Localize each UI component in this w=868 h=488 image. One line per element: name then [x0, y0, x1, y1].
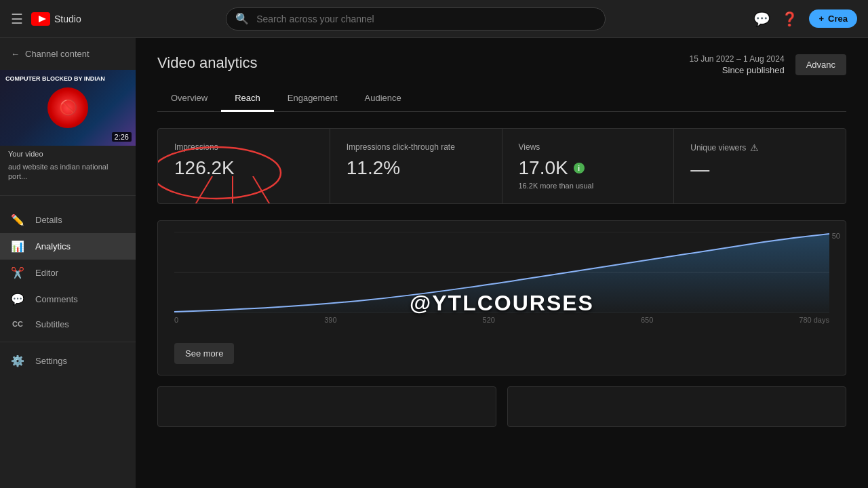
video-thumb-wrapper: COMPUTER BLOCKED BY INDIAN 🚫 2:26 — [0, 70, 136, 146]
date-range-info: 15 Jun 2022 – 1 Aug 2024 Since published — [689, 54, 784, 75]
chart-svg — [174, 232, 829, 313]
bottom-card-left — [157, 386, 496, 427]
stat-unique-viewers: Unique viewers ⚠ — — [674, 129, 846, 203]
video-thumbnail[interactable]: COMPUTER BLOCKED BY INDIAN 🚫 2:26 — [0, 70, 136, 146]
sidebar-divider — [0, 195, 136, 196]
sidebar-item-settings[interactable]: ⚙️ Settings — [0, 348, 136, 374]
date-range-text: 15 Jun 2022 – 1 Aug 2024 — [689, 54, 784, 64]
tab-audience[interactable]: Audience — [351, 86, 415, 112]
help-icon[interactable]: ❓ — [781, 11, 798, 27]
page-title: Video analytics — [157, 54, 258, 72]
sidebar-item-label: Editor — [35, 268, 58, 278]
back-button[interactable]: ← Channel content — [0, 43, 136, 64]
stat-views: Views 17.0K i 16.2K more than usual — [502, 129, 675, 203]
header-right: 💬 ❓ + Crea — [753, 9, 857, 28]
thumb-overlay-text: COMPUTER BLOCKED BY INDIAN — [5, 75, 105, 83]
sidebar-item-label: Subtitles — [35, 319, 69, 329]
views-sub: 16.2K more than usual — [519, 182, 658, 190]
arrows-annotation — [172, 176, 307, 204]
search-icon: 🔍 — [235, 12, 249, 25]
analytics-tabs: Overview Reach Engagement Audience — [157, 86, 846, 112]
youtube-logo — [31, 12, 50, 26]
x-label-780: 780 days — [799, 316, 829, 324]
warn-icon: ⚠ — [750, 142, 759, 153]
analytics-icon: 📊 — [11, 240, 24, 253]
y-label-top: 50 — [832, 232, 840, 240]
thumb-graphic: 🚫 — [47, 87, 88, 128]
x-label-650: 650 — [641, 316, 653, 324]
impressions-label: Impressions — [174, 142, 313, 152]
sidebar-item-comments[interactable]: 💬 Comments — [0, 286, 136, 312]
sidebar-divider-2 — [0, 342, 136, 342]
body-layout: ← Channel content COMPUTER BLOCKED BY IN… — [0, 38, 868, 488]
studio-label: Studio — [54, 14, 81, 24]
settings-icon: ⚙️ — [11, 354, 24, 367]
tab-reach[interactable]: Reach — [221, 86, 274, 112]
sidebar-item-subtitles[interactable]: CC Subtitles — [0, 312, 136, 336]
x-label-0: 0 — [174, 316, 178, 324]
see-more-button[interactable]: See more — [174, 343, 234, 364]
advanced-button[interactable]: Advanc — [795, 54, 846, 75]
sidebar-item-editor[interactable]: ✂️ Editor — [0, 260, 136, 286]
since-published-label: Since published — [722, 65, 785, 75]
comments-icon: 💬 — [11, 293, 24, 306]
impressions-value: 126.2K — [174, 157, 235, 179]
sidebar-nav: ✏️ Details 📊 Analytics ✂️ Editor 💬 Comme… — [0, 207, 136, 374]
main-content: Video analytics 15 Jun 2022 – 1 Aug 2024… — [136, 38, 868, 488]
back-label: Channel content — [25, 49, 90, 59]
chart-inner: 50 — [158, 221, 846, 343]
ctr-value: 11.2% — [347, 157, 486, 179]
x-label-390: 390 — [324, 316, 336, 324]
x-label-520: 520 — [483, 316, 495, 324]
comment-icon[interactable]: 💬 — [753, 11, 770, 27]
create-button[interactable]: + Crea — [809, 9, 857, 28]
back-arrow-icon: ← — [11, 49, 20, 59]
bottom-cards — [157, 386, 846, 427]
ctr-label: Impressions click-through rate — [347, 142, 486, 152]
app-header: ☰ Studio 🔍 💬 ❓ + Crea — [0, 0, 868, 38]
views-badge: i — [574, 163, 585, 174]
chart-x-labels: 0 390 520 650 780 days — [174, 316, 829, 329]
views-value: 17.0K i — [519, 157, 658, 179]
unique-viewers-value: — — [690, 159, 829, 180]
svg-line-3 — [192, 176, 212, 204]
create-plus-icon: + — [818, 14, 824, 24]
sidebar-item-label: Comments — [35, 294, 78, 304]
sidebar-item-details[interactable]: ✏️ Details — [0, 207, 136, 233]
views-label: Views — [519, 142, 658, 152]
stat-ctr: Impressions click-through rate 11.2% — [330, 129, 502, 203]
tab-engagement[interactable]: Engagement — [274, 86, 351, 112]
details-icon: ✏️ — [11, 214, 24, 226]
editor-icon: ✂️ — [11, 266, 24, 279]
sidebar-item-label: Details — [35, 215, 62, 225]
logo-area: Studio — [31, 12, 81, 26]
bottom-card-right — [507, 386, 846, 427]
tab-overview[interactable]: Overview — [157, 86, 221, 112]
page-header: Video analytics 15 Jun 2022 – 1 Aug 2024… — [157, 54, 846, 75]
subtitles-icon: CC — [11, 320, 24, 328]
search-bar: 🔍 — [226, 7, 606, 30]
sidebar-item-label: Analytics — [35, 241, 71, 251]
your-video-label: Your video — [0, 148, 136, 159]
search-input[interactable] — [226, 7, 606, 30]
video-title: aud website as indian national port... — [0, 159, 136, 184]
stat-impressions: Impressions 126.2K — [158, 129, 330, 203]
header-left: ☰ Studio — [11, 11, 146, 27]
thumb-duration: 2:26 — [112, 132, 132, 142]
svg-line-7 — [253, 176, 273, 204]
sidebar-item-analytics[interactable]: 📊 Analytics — [0, 233, 136, 260]
stats-row: Impressions 126.2K — [157, 128, 846, 204]
unique-viewers-label: Unique viewers ⚠ — [690, 142, 829, 153]
chart-y-labels: 50 — [832, 232, 840, 240]
menu-icon[interactable]: ☰ — [11, 11, 23, 27]
sidebar-item-label: Settings — [35, 356, 67, 366]
sidebar: ← Channel content COMPUTER BLOCKED BY IN… — [0, 38, 136, 488]
chart-container: 50 — [157, 220, 846, 375]
video-thumb-section: COMPUTER BLOCKED BY INDIAN 🚫 2:26 Your v… — [0, 64, 136, 190]
